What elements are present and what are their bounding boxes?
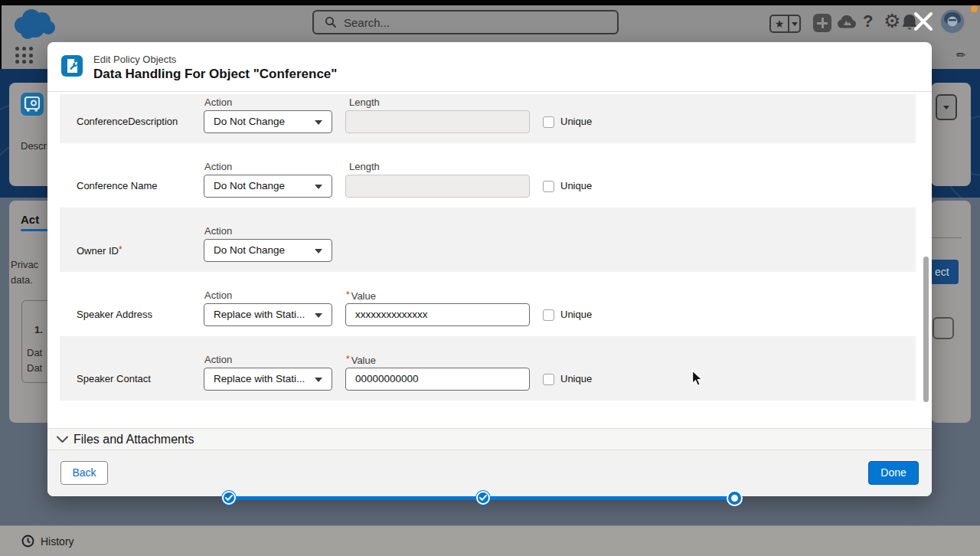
search-icon bbox=[325, 16, 337, 28]
field-name: Speaker Address bbox=[77, 309, 152, 320]
background-tab: Act bbox=[21, 213, 39, 226]
action-select[interactable]: Replace with Stati... bbox=[204, 303, 332, 326]
chevron-down-icon bbox=[315, 249, 322, 253]
help-icon[interactable]: ? bbox=[863, 11, 873, 31]
global-search[interactable] bbox=[312, 10, 619, 34]
unique-label: Unique bbox=[560, 116, 592, 127]
progress-step-2[interactable] bbox=[476, 491, 490, 505]
field-name: Owner ID* bbox=[77, 244, 124, 257]
modal-eyebrow: Edit Policy Objects bbox=[93, 54, 176, 65]
privacy-safe-icon bbox=[21, 93, 44, 116]
section-label: Files and Attachments bbox=[74, 433, 194, 446]
user-avatar[interactable] bbox=[939, 8, 965, 34]
field-name: Conference Name bbox=[77, 180, 158, 191]
chevron-down-icon bbox=[315, 313, 322, 318]
star-icon: ★ bbox=[771, 16, 789, 31]
chevron-down-icon bbox=[315, 185, 322, 189]
action-select-value: Do Not Change bbox=[214, 116, 285, 127]
field-name: Speaker Contact bbox=[77, 373, 151, 384]
modal-header: Edit Policy Objects Data Handling For Ob… bbox=[47, 42, 932, 92]
action-select[interactable]: Do Not Change bbox=[204, 110, 332, 133]
action-label: Action bbox=[204, 161, 232, 172]
action-select[interactable]: Replace with Stati... bbox=[204, 368, 332, 391]
field-row-speaker-contact: Speaker Contact Action Replace with Stat… bbox=[60, 336, 916, 401]
action-select-value: Do Not Change bbox=[214, 244, 285, 256]
unique-label: Unique bbox=[560, 373, 592, 384]
field-row-conference-name: Conference Name Action Do Not Change Len… bbox=[60, 143, 916, 208]
check-icon bbox=[479, 495, 487, 501]
field-row-conference-description: ConferenceDescription Action Do Not Chan… bbox=[60, 94, 916, 143]
length-label: Length bbox=[349, 96, 380, 108]
tab-underline bbox=[21, 229, 51, 231]
value-input[interactable]: 00000000000 bbox=[345, 368, 530, 391]
background-text: Descri bbox=[21, 140, 49, 152]
action-select-value: Do Not Change bbox=[214, 180, 285, 191]
unique-checkbox[interactable] bbox=[543, 116, 554, 128]
value-label: *Value bbox=[346, 354, 376, 366]
unique-checkbox[interactable] bbox=[543, 309, 554, 321]
required-marker: * bbox=[346, 289, 350, 300]
salesforce-logo bbox=[10, 7, 57, 41]
favorites-button[interactable]: ★ bbox=[769, 15, 801, 33]
progress-step-1[interactable] bbox=[222, 491, 236, 505]
done-button[interactable]: Done bbox=[868, 461, 919, 485]
action-select-value: Replace with Stati... bbox=[214, 373, 305, 384]
global-actions-button[interactable] bbox=[813, 14, 831, 32]
modal-scrollbar[interactable] bbox=[923, 257, 929, 402]
background-text: Dat bbox=[27, 362, 42, 374]
setup-gear-icon[interactable]: ⚙ bbox=[884, 10, 900, 32]
length-label: Length bbox=[349, 161, 380, 172]
chevron-down-icon bbox=[315, 378, 322, 382]
close-icon[interactable] bbox=[911, 9, 936, 34]
unique-checkbox[interactable] bbox=[543, 181, 554, 192]
search-input[interactable] bbox=[344, 16, 573, 29]
progress-step-3[interactable] bbox=[728, 492, 741, 505]
unique-checkbox[interactable] bbox=[543, 374, 554, 385]
length-input[interactable] bbox=[345, 110, 530, 133]
background-divider bbox=[932, 237, 962, 238]
modal-footer: Back Done bbox=[47, 450, 932, 496]
action-label: Action bbox=[204, 354, 232, 365]
field-row-owner-id: Owner ID* Action Do Not Change bbox=[60, 208, 916, 272]
step-number: 1. bbox=[34, 324, 43, 335]
app-launcher-icon[interactable] bbox=[15, 47, 36, 67]
mouse-cursor bbox=[691, 370, 704, 387]
chevron-down-icon bbox=[57, 436, 68, 443]
utility-bar[interactable]: History bbox=[0, 525, 980, 556]
chevron-down-icon[interactable] bbox=[789, 16, 799, 31]
chevron-down-icon bbox=[315, 120, 322, 125]
action-label: Action bbox=[204, 96, 232, 108]
background-text: Dat bbox=[27, 347, 42, 358]
required-marker: * bbox=[119, 244, 122, 255]
window-left-edge bbox=[0, 0, 2, 69]
value-label: *Value bbox=[346, 289, 376, 302]
required-marker: * bbox=[346, 354, 350, 365]
notification-badge bbox=[971, 5, 978, 12]
unique-label: Unique bbox=[560, 309, 592, 320]
background-dropdown-button bbox=[936, 94, 957, 120]
action-select-value: Replace with Stati... bbox=[214, 309, 305, 320]
guidance-center-icon[interactable] bbox=[837, 13, 857, 33]
value-input[interactable]: xxxxxxxxxxxxxx bbox=[345, 303, 530, 326]
action-label: Action bbox=[204, 225, 232, 237]
action-select[interactable]: Do Not Change bbox=[204, 175, 332, 198]
action-label: Action bbox=[204, 289, 232, 301]
history-clock-icon bbox=[21, 535, 34, 548]
window-top-edge bbox=[0, 0, 980, 5]
length-input[interactable] bbox=[345, 175, 530, 198]
background-select-button: ect bbox=[931, 260, 959, 284]
background-card-right-bottom bbox=[931, 201, 971, 423]
background-text: data. bbox=[11, 274, 33, 286]
history-label: History bbox=[41, 535, 74, 548]
edit-pencil-icon[interactable]: ✏︎ bbox=[956, 48, 966, 62]
field-row-speaker-address: Speaker Address Action Replace with Stat… bbox=[60, 272, 916, 336]
field-name: ConferenceDescription bbox=[77, 116, 178, 127]
check-icon bbox=[225, 495, 233, 501]
unique-label: Unique bbox=[560, 180, 592, 191]
files-attachments-section[interactable]: Files and Attachments bbox=[47, 428, 932, 450]
action-select[interactable]: Do Not Change bbox=[204, 239, 332, 262]
background-text: Privac bbox=[11, 259, 38, 270]
modal-title: Data Handling For Object "Conference" bbox=[93, 67, 337, 82]
back-button[interactable]: Back bbox=[60, 461, 108, 485]
policy-document-icon bbox=[61, 55, 83, 77]
